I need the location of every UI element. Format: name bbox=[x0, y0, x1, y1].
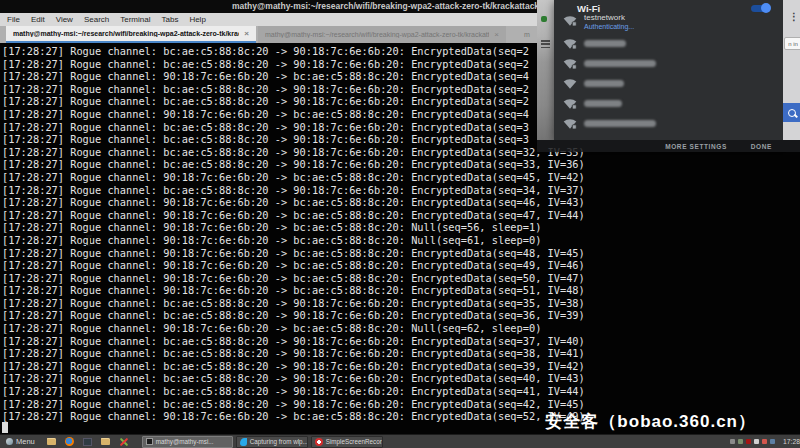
tray-icon[interactable] bbox=[746, 439, 751, 444]
cut-icon bbox=[119, 437, 129, 447]
folder-icon bbox=[47, 438, 56, 445]
close-icon[interactable]: × bbox=[494, 30, 499, 39]
wifi-dialog-actions: MORE SETTINGS DONE bbox=[537, 140, 800, 152]
menu-button[interactable]: Menu bbox=[0, 437, 41, 446]
terminal-line: [17:28:27] Rogue channel: 90:18:7c:6e:6b… bbox=[2, 284, 800, 297]
network-name[interactable]: testnetwork bbox=[584, 13, 625, 22]
tray-icon[interactable] bbox=[730, 439, 735, 444]
launcher-folder-icon[interactable] bbox=[101, 437, 111, 447]
terminal-line: [17:28:27] Rogue channel: bc:ae:c5:88:8c… bbox=[2, 372, 800, 385]
hamburger-icon bbox=[541, 40, 550, 48]
network-status: Authenticating... bbox=[584, 23, 634, 30]
menu-item-terminal[interactable]: Terminal bbox=[120, 15, 150, 24]
wifi-signal-icon bbox=[563, 15, 577, 27]
tab-label: mathy@mathy-msi:~/research/wifi/breaking… bbox=[13, 30, 239, 37]
blurred-network-name[interactable] bbox=[584, 60, 656, 67]
screenshot-tool-icon bbox=[83, 438, 92, 446]
tab-krackattack-1[interactable]: mathy@mathy-msi:~/research/wifi/breaking… bbox=[6, 26, 256, 43]
terminal-line: [17:28:27] Rogue channel: bc:ae:c5:88:8c… bbox=[2, 184, 800, 197]
terminal-line: [17:28:27] Rogue channel: bc:ae:c5:88:8c… bbox=[2, 398, 800, 411]
terminal-line: [17:28:27] Rogue channel: bc:ae:c5:88:8c… bbox=[2, 309, 800, 322]
wifi-toggle[interactable] bbox=[751, 5, 770, 12]
wifi-dialog: Wi-Fi testnetwork Authenticating... bbox=[554, 0, 783, 140]
menu-icon bbox=[6, 438, 13, 445]
wifi-signal-icon bbox=[563, 98, 577, 110]
tab-krackattack-2[interactable]: mathy@mathy-msi:~/research/wifi/breaking… bbox=[258, 26, 506, 43]
menu-label: Menu bbox=[16, 437, 35, 446]
recorder-icon bbox=[315, 438, 323, 446]
terminal-line: [17:28:27] Rogue channel: 90:18:7c:6e:6b… bbox=[2, 272, 800, 285]
wifi-network-row[interactable] bbox=[554, 78, 783, 96]
firefox-icon bbox=[65, 437, 74, 446]
kebab-menu-icon[interactable]: ⋮ bbox=[789, 11, 799, 22]
watermark: 安全客（bobao.360.cn） bbox=[545, 410, 756, 433]
terminal-line: [17:28:27] Rogue channel: 90:18:7c:6e:6b… bbox=[2, 247, 800, 260]
launcher-folder-icon[interactable] bbox=[47, 437, 57, 447]
terminal-cursor bbox=[2, 422, 8, 433]
blurred-network-name[interactable] bbox=[584, 80, 624, 87]
taskbar-window-button[interactable]: mathy@mathy-msi... bbox=[142, 436, 233, 448]
wifi-network-row[interactable] bbox=[554, 118, 783, 136]
terminal-line: [17:28:27] Rogue channel: 90:18:7c:6e:6b… bbox=[2, 171, 800, 184]
tab-label: mathy@mathy-msi:~/research/wifi/breaking… bbox=[265, 31, 489, 38]
tray-icon[interactable] bbox=[770, 439, 775, 444]
taskbar-clock: 17:28 bbox=[783, 438, 800, 445]
terminal-line: [17:28:27] Rogue channel: 90:18:7c:6e:6b… bbox=[2, 234, 800, 247]
terminal-icon bbox=[146, 438, 153, 445]
terminal-line: [17:28:27] Rogue channel: 90:18:7c:6e:6b… bbox=[2, 209, 800, 222]
wireshark-icon bbox=[240, 438, 247, 446]
tray-icon[interactable] bbox=[738, 439, 743, 444]
menu-item-edit[interactable]: Edit bbox=[31, 15, 45, 24]
desktop-screen: mathy@mathy-msi:~/research/wifi/breaking… bbox=[0, 0, 800, 448]
wifi-signal-icon bbox=[563, 38, 577, 50]
folder-icon bbox=[101, 438, 110, 445]
terminal-line: [17:28:27] Rogue channel: bc:ae:c5:88:8c… bbox=[2, 335, 800, 348]
wifi-signal-icon bbox=[563, 78, 577, 90]
done-button[interactable]: DONE bbox=[751, 143, 772, 150]
menu-item-file[interactable]: File bbox=[7, 15, 20, 24]
terminal-line: [17:28:27] Rogue channel: bc:ae:c5:88:8c… bbox=[2, 385, 800, 398]
menu-item-search[interactable]: Search bbox=[84, 15, 109, 24]
tray-icon[interactable] bbox=[754, 439, 759, 444]
blurred-network-name[interactable] bbox=[584, 100, 622, 107]
more-settings-button[interactable]: MORE SETTINGS bbox=[665, 143, 727, 150]
terminal-line: [17:28:27] Rogue channel: bc:ae:c5:88:8c… bbox=[2, 360, 800, 373]
tab-krackattack-3-partial[interactable]: m bbox=[524, 31, 530, 38]
search-button[interactable] bbox=[783, 103, 800, 122]
menu-item-view[interactable]: View bbox=[56, 15, 73, 24]
wifi-toggle-knob bbox=[761, 3, 771, 13]
wifi-signal-icon bbox=[563, 58, 577, 70]
terminal-line: [17:28:27] Rogue channel: 90:18:7c:6e:6b… bbox=[2, 196, 800, 209]
status-dot-icon bbox=[541, 16, 547, 22]
terminal-line: [17:28:27] Rogue channel: bc:ae:c5:88:8c… bbox=[2, 297, 800, 310]
menu-item-tabs[interactable]: Tabs bbox=[161, 15, 178, 24]
wifi-network-row[interactable] bbox=[554, 38, 783, 56]
sign-in-button[interactable]: n in bbox=[784, 37, 800, 50]
blurred-network-name[interactable] bbox=[584, 40, 626, 47]
tray-icon[interactable] bbox=[762, 439, 767, 444]
taskbar-window-button[interactable]: Capturing from wlp... bbox=[236, 436, 308, 448]
window-title: mathy@mathy-msi:~/research/wifi/breaking… bbox=[232, 1, 539, 11]
wifi-network-row[interactable] bbox=[554, 58, 783, 76]
wifi-signal-icon bbox=[563, 118, 577, 130]
search-icon bbox=[788, 109, 796, 117]
terminal-line: [17:28:27] Rogue channel: bc:ae:c5:88:8c… bbox=[2, 347, 800, 360]
terminal-line: [17:28:27] Rogue channel: bc:ae:c5:88:8c… bbox=[2, 158, 800, 171]
menu-item-help[interactable]: Help bbox=[189, 15, 205, 24]
launcher-cut-icon[interactable] bbox=[119, 437, 129, 447]
blurred-network-name[interactable] bbox=[584, 120, 656, 127]
taskbar: Menu mathy@mathy-msi... Capturing from w… bbox=[0, 434, 800, 448]
terminal-line: [17:28:27] Rogue channel: 90:18:7c:6e:6b… bbox=[2, 259, 800, 272]
wifi-network-row[interactable] bbox=[554, 98, 783, 116]
terminal-line: [17:28:27] Rogue channel: 90:18:7c:6e:6b… bbox=[2, 221, 800, 234]
launcher-firefox-icon[interactable] bbox=[65, 437, 75, 447]
close-icon[interactable]: × bbox=[244, 29, 249, 38]
taskbar-window-button[interactable]: SimpleScreenRecor... bbox=[311, 436, 383, 448]
launcher-screenshot-tool-icon[interactable] bbox=[83, 437, 93, 447]
mouse-cursor bbox=[88, 235, 90, 246]
terminal-line: [17:28:27] Rogue channel: 90:18:7c:6e:6b… bbox=[2, 322, 800, 335]
wifi-network-row[interactable]: testnetwork Authenticating... bbox=[554, 15, 783, 33]
